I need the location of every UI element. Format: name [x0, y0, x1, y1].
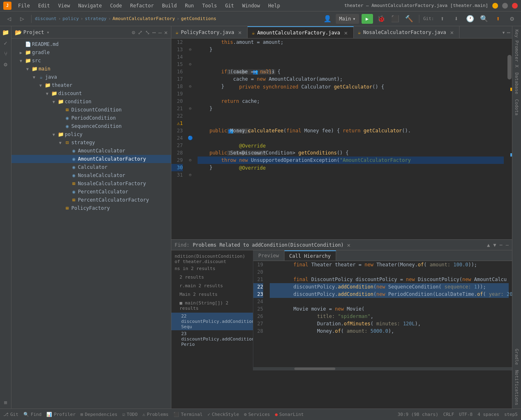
status-position[interactable]: 30:9 (98 chars) — [398, 412, 438, 417]
maximize-button[interactable] — [502, 3, 508, 9]
tree-item-discount[interactable]: ▼ 📁 discount — [11, 89, 171, 98]
file-tree-settings-icon[interactable]: ⊙ — [132, 29, 135, 36]
status-dependencies[interactable]: ⊞ Dependencies — [80, 412, 117, 417]
file-tree-collapse-icon[interactable]: ⤡ — [145, 29, 150, 36]
status-encoding[interactable]: UTF-8 — [459, 412, 473, 417]
sidebar-project-icon[interactable]: 📁 — [1, 28, 10, 37]
menu-file[interactable]: File — [16, 2, 32, 9]
tree-item-src[interactable]: ▼ 📁 src — [11, 57, 171, 65]
file-tree-more-icon[interactable]: ⋯ — [152, 29, 156, 36]
build-button[interactable]: 🔨 — [403, 13, 415, 25]
tree-item-policy[interactable]: ▼ 📁 policy — [11, 130, 171, 138]
tree-item-main[interactable]: ▼ 📁 main — [11, 65, 171, 73]
status-indent[interactable]: 4 spaces — [478, 412, 499, 417]
tab-policyfactory[interactable]: ☕ PolicyFactory.java ✕ — [171, 26, 248, 38]
debug-icon[interactable]: 🔵 — [186, 134, 194, 142]
git-pull-button[interactable]: ⬇ — [450, 13, 462, 25]
fold-icon[interactable]: ⊖ — [186, 157, 194, 164]
menu-help[interactable]: Help — [266, 2, 282, 9]
update-button[interactable]: ⬆ — [492, 13, 504, 25]
tree-item-discountcondition[interactable]: ⊞ DiscountCondition — [11, 106, 171, 114]
minimize-button[interactable] — [492, 3, 498, 9]
navigate-back-button[interactable]: ◁ — [3, 13, 15, 25]
tab-amountcalculatorfactory[interactable]: ☕ AmountCalculatorFactory.java ✕ — [248, 26, 354, 38]
status-problems[interactable]: ⚠ Problems — [143, 412, 169, 417]
notifications-icon[interactable]: Notifications — [513, 368, 520, 407]
status-git[interactable]: ⎇ Git — [3, 412, 18, 417]
tab-close-icon[interactable]: ✕ — [448, 29, 455, 36]
find-nav-down-icon[interactable]: ▼ — [493, 242, 496, 248]
result-count-item[interactable]: 2 results — [175, 274, 250, 281]
find-nav-up-icon[interactable]: ▲ — [487, 242, 490, 248]
sidebar-bottom-icon[interactable]: ≡ — [1, 398, 10, 407]
file-tree-close-icon[interactable]: ✕ — [164, 29, 168, 36]
fold-icon[interactable]: ⊖ — [186, 105, 194, 112]
tree-item-condition[interactable]: ▼ 📁 condition — [11, 98, 171, 106]
editor-scrollbar[interactable] — [507, 39, 512, 239]
result-item-22[interactable]: 22 discountPolicy.addCondition(new Sequ — [171, 313, 253, 330]
menu-edit[interactable]: Edit — [36, 2, 52, 9]
search-button[interactable]: 🔍 — [478, 13, 490, 25]
breadcrumb-discount[interactable]: discount — [35, 16, 57, 21]
close-button[interactable] — [512, 3, 518, 9]
fold-icon[interactable]: ⊖ — [186, 46, 194, 53]
fold-icon[interactable]: ⊖ — [186, 171, 194, 179]
menu-window[interactable]: Window — [241, 2, 262, 9]
status-linesep[interactable]: CRLF — [443, 412, 454, 417]
codota-icon[interactable]: Codota — [513, 98, 520, 117]
tree-item-policyfactory[interactable]: ⊞ PolicyFactory — [11, 204, 171, 212]
breadcrumb-method[interactable]: getConditions — [181, 16, 216, 21]
tree-item-strategy[interactable]: ▼ ⊡ strategy — [11, 138, 171, 147]
result-mainstr-item[interactable]: ■ main(String[]) 2 results — [175, 300, 250, 312]
result-main-item[interactable]: Main 2 results — [175, 291, 250, 298]
tree-item-java[interactable]: ▼ ☕ java — [11, 73, 171, 81]
status-sonarlint[interactable]: ● SonarLint — [275, 412, 304, 417]
status-terminal[interactable]: ⬛ Terminal — [173, 412, 202, 417]
key-promoter-icon[interactable]: Key Promoter X — [513, 28, 520, 69]
find-minimize-icon[interactable]: — — [506, 242, 509, 248]
menu-tools[interactable]: Tools — [200, 2, 218, 9]
tab-close-icon[interactable]: ✕ — [343, 30, 349, 36]
tree-item-amountcalculatorfactory[interactable]: ◉ AmountCalculatorFactory — [11, 155, 171, 163]
code-content[interactable]: this.amount = amount; } 1 usage 👥 is2js … — [194, 39, 507, 239]
settings-button[interactable]: ⚙ — [506, 13, 518, 25]
tab-close-icon[interactable]: ✕ — [237, 29, 243, 36]
menu-code[interactable]: Code — [109, 2, 124, 9]
status-services[interactable]: ⚙ Services — [244, 412, 270, 417]
result-rmain-item[interactable]: r.main 2 results — [175, 282, 250, 289]
status-branch[interactable]: step5 — [504, 412, 518, 417]
bottom-scrollbar[interactable] — [253, 367, 512, 370]
result-item-23[interactable]: 23 discountPolicy.addCondition(new Perio — [171, 330, 253, 348]
menu-navigate[interactable]: Navigate — [77, 2, 104, 9]
tree-item-amountcalculator[interactable]: ◉ AmountCalculator — [11, 147, 171, 155]
menu-git[interactable]: Git — [223, 2, 236, 9]
tree-item-readme[interactable]: 📄 README.md — [11, 40, 171, 48]
tab-more-icon[interactable]: ⋯ — [507, 29, 510, 36]
navigate-forward-button[interactable]: ▷ — [16, 13, 28, 25]
run-button[interactable]: ▶ — [362, 14, 373, 24]
bottom-tab-callhierarchy[interactable]: Call Hierarchy — [284, 250, 336, 261]
tree-item-nosalecalculatorfactory[interactable]: ⊞ NosaleCalculatorFactory — [11, 179, 171, 188]
tree-item-calculator[interactable]: ◉ Calculator — [11, 163, 171, 171]
tree-item-theater[interactable]: ▼ 📁 theater — [11, 81, 171, 89]
tree-item-sequencecondition[interactable]: ◉ SequenceCondition — [11, 122, 171, 130]
fold-icon[interactable]: ⊖ — [186, 83, 194, 90]
menu-refactor[interactable]: Refactor — [128, 2, 155, 9]
git-push-button[interactable]: ⬆ — [437, 13, 448, 25]
tab-scroll-down-icon[interactable]: ▾ — [502, 29, 505, 36]
tree-item-periodcondition[interactable]: ◉ PeriodCondition — [11, 114, 171, 122]
tree-item-percentcalculator[interactable]: ◉ PercentCalculator — [11, 188, 171, 196]
branch-selector[interactable]: Main ▾ — [336, 14, 359, 24]
bottom-code-lines[interactable]: final Theater theater = new Theater(Mone… — [266, 261, 512, 367]
debug-button[interactable]: 🐞 — [375, 13, 387, 25]
bottom-code-editor[interactable]: Preview Call Hierarchy 19 20 21 22 23 24… — [253, 250, 512, 370]
file-tree-expand-icon[interactable]: ⤢ — [138, 29, 143, 36]
status-find[interactable]: 🔍 Find — [23, 412, 42, 417]
find-close-icon[interactable]: ✕ — [347, 242, 350, 248]
menu-view[interactable]: View — [57, 2, 72, 9]
menu-build[interactable]: Build — [160, 2, 178, 9]
sidebar-commit-icon[interactable]: ✓ — [1, 39, 10, 48]
file-tree-minimize-icon[interactable]: — — [158, 29, 162, 36]
tab-nosalecalculatorfactory[interactable]: ☕ NosaleCalculatorFactory.java ✕ — [354, 26, 460, 38]
fold-icon[interactable]: ⊖ — [186, 61, 194, 68]
